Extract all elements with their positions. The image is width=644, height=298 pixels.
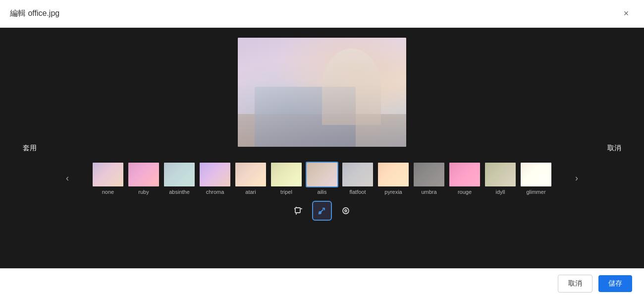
filter-tool-button[interactable] [336, 201, 356, 221]
filter-item-idyll[interactable]: idyll [484, 162, 517, 195]
filter-thumb-rouge [448, 162, 481, 187]
filter-item-rouge[interactable]: rouge [448, 162, 481, 195]
filter-label-atari: atari [245, 189, 256, 195]
person-decoration [322, 49, 381, 125]
filter-thumb-tripel [270, 162, 303, 187]
filter-strip-area: ‹ nonerubyabsinthechromaataritripelailis… [59, 162, 585, 195]
filter-thumb-ruby [127, 162, 160, 187]
desk-decoration [238, 114, 406, 147]
main-cancel-button[interactable]: 取消 [607, 144, 621, 153]
filter-label-flatfoot: flatfoot [349, 189, 366, 195]
center-column: ‹ nonerubyabsinthechromaataritripelailis… [59, 28, 585, 268]
filter-label-absinthe: absinthe [169, 189, 190, 195]
filter-thumb-inner-tripel [271, 163, 302, 186]
filter-thumb-inner-pyrexia [378, 163, 409, 186]
footer-bar: 取消 儲存 [0, 268, 644, 298]
filter-item-atari[interactable]: atari [234, 162, 267, 195]
filter-label-ailis: ailis [318, 189, 327, 195]
filter-thumb-flatfoot [341, 162, 374, 187]
filter-item-ruby[interactable]: ruby [127, 162, 160, 195]
filter-thumb-inner-absinthe [164, 163, 195, 186]
footer-save-button[interactable]: 儲存 [598, 275, 632, 292]
apply-button[interactable]: 套用 [23, 144, 37, 153]
svg-point-7 [343, 208, 349, 214]
filter-thumb-idyll [484, 162, 517, 187]
toolbar-row [288, 201, 356, 221]
filter-item-flatfoot[interactable]: flatfoot [341, 162, 374, 195]
filter-thumb-inner-flatfoot [342, 163, 373, 186]
filter-thumb-inner-idyll [485, 163, 516, 186]
filter-thumb-pyrexia [377, 162, 410, 187]
filter-label-pyrexia: pyrexia [384, 189, 402, 195]
filter-thumb-atari [234, 162, 267, 187]
crop-tool-button[interactable] [288, 201, 308, 221]
filter-thumb-absinthe [163, 162, 196, 187]
filter-thumb-ailis [306, 162, 338, 187]
filter-label-chroma: chroma [206, 189, 224, 195]
filter-thumb-inner-rouge [449, 163, 480, 186]
filter-thumb-umbra [413, 162, 445, 187]
filter-label-ruby: ruby [138, 189, 149, 195]
filter-strip: nonerubyabsinthechromaataritripelailisfl… [75, 162, 569, 195]
preview-image [238, 38, 406, 147]
svg-point-8 [345, 210, 347, 212]
filter-thumb-glimmer [520, 162, 552, 187]
filter-item-absinthe[interactable]: absinthe [163, 162, 196, 195]
left-action-area: 套用 [0, 28, 59, 268]
filter-item-none[interactable]: none [92, 162, 124, 195]
filter-item-umbra[interactable]: umbra [413, 162, 445, 195]
next-arrow[interactable]: › [569, 171, 585, 186]
filter-label-umbra: umbra [421, 189, 436, 195]
prev-arrow[interactable]: ‹ [59, 171, 75, 186]
filter-thumb-none [92, 162, 124, 187]
adjust-tool-button[interactable] [312, 201, 332, 221]
filter-item-ailis[interactable]: ailis [306, 162, 338, 195]
filter-label-none: none [102, 189, 114, 195]
filter-item-glimmer[interactable]: glimmer [520, 162, 552, 195]
filter-thumb-inner-ailis [307, 163, 337, 186]
filter-label-tripel: tripel [280, 189, 292, 195]
laptop-decoration [255, 87, 356, 147]
filter-thumb-inner-chroma [200, 163, 230, 186]
filter-label-glimmer: glimmer [526, 189, 545, 195]
dialog-title: 編輯 office.jpg [10, 8, 59, 19]
filter-thumb-inner-none [93, 163, 123, 186]
filter-item-tripel[interactable]: tripel [270, 162, 303, 195]
filter-thumb-chroma [199, 162, 231, 187]
filter-item-chroma[interactable]: chroma [199, 162, 231, 195]
filter-thumb-inner-ruby [128, 163, 159, 186]
filter-item-pyrexia[interactable]: pyrexia [377, 162, 410, 195]
close-button[interactable]: × [618, 6, 634, 22]
footer-cancel-button[interactable]: 取消 [558, 275, 592, 293]
filter-thumb-inner-glimmer [521, 163, 551, 186]
edit-dialog: 編輯 office.jpg × 套用 ‹ nonerubyabsinthechr… [0, 0, 644, 298]
filter-label-idyll: idyll [496, 189, 505, 195]
main-area: 套用 ‹ nonerubyabsinthechromaataritripelai… [0, 28, 644, 268]
title-bar: 編輯 office.jpg × [0, 0, 644, 28]
filter-thumb-inner-umbra [414, 163, 444, 186]
svg-rect-0 [295, 208, 300, 213]
filter-thumb-inner-atari [235, 163, 266, 186]
filter-label-rouge: rouge [458, 189, 472, 195]
right-action-area: 取消 [585, 28, 644, 268]
